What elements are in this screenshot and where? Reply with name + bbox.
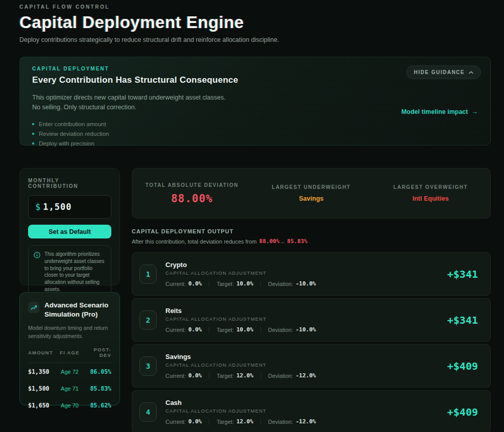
target-value: 10.0% [236, 280, 253, 287]
target-label: Target: [217, 327, 234, 333]
allocation-sublabel: CAPITAL ALLOCATION ADJUSTMENT [165, 270, 316, 276]
allocation-stats: Current: 0.0% Target: 12.0% Deviation: -… [165, 418, 316, 425]
chevron-up-icon [469, 71, 473, 74]
asset-name: Crypto [165, 261, 316, 269]
deviation-label: Deviation: [268, 419, 293, 425]
total-deviation-value: 88.00% [132, 193, 252, 205]
allocation-card-cash: 4 Cash CAPITAL ALLOCATION ADJUSTMENT Cur… [132, 390, 491, 432]
guidance-bullet-label: Deploy with precision [39, 140, 94, 147]
rank-badge: 2 [139, 310, 157, 330]
scenario-header: Advanced Scenario Simulation (Pro) [28, 301, 111, 319]
scenario-subtitle: Model downturn timing and return sensiti… [28, 324, 111, 340]
allocation-details: Crypto CAPITAL ALLOCATION ADJUSTMENT Cur… [165, 261, 316, 287]
current-value: 0.0% [188, 326, 202, 333]
divider [260, 419, 261, 425]
deployment-output-label: CAPITAL DEPLOYMENT OUTPUT [132, 228, 491, 234]
bullet-dot-icon [32, 133, 34, 135]
scenario-table: AMOUNT FI AGE POST-DEV $1,350 Age 72 86.… [28, 347, 111, 414]
largest-overweight-value: Intl Equities [371, 195, 490, 202]
page-header: CAPITAL FLOW CONTROL Capital Deployment … [19, 4, 491, 43]
asset-name: Cash [165, 399, 316, 406]
guidance-bullet: Enter contribution amount [32, 119, 478, 129]
divider [260, 327, 261, 333]
allocation-details: Cash CAPITAL ALLOCATION ADJUSTMENT Curre… [165, 399, 316, 425]
allocation-card-savings: 3 Savings CAPITAL ALLOCATION ADJUSTMENT … [132, 344, 491, 388]
current-value: 0.0% [188, 418, 202, 425]
guidance-body-line: This optimizer directs new capital towar… [32, 93, 478, 103]
largest-underweight-stat: LARGEST UNDERWEIGHT Savings [252, 184, 371, 202]
deviation-value: -12.0% [296, 372, 316, 379]
page-subtitle: Deploy contributions strategically to re… [19, 36, 491, 43]
scenario-fi-age: Age 70 [56, 402, 83, 409]
column-amount: AMOUNT [28, 350, 56, 355]
target-label: Target: [217, 373, 234, 379]
allocation-sublabel: CAPITAL ALLOCATION ADJUSTMENT [165, 362, 316, 368]
scenario-title: Advanced Scenario Simulation (Pro) [44, 301, 111, 319]
scenario-amount: $1,500 [28, 385, 56, 392]
contribution-amount-field[interactable]: $ [28, 195, 111, 219]
rank-badge: 4 [139, 402, 157, 422]
allocation-sublabel: CAPITAL ALLOCATION ADJUSTMENT [165, 316, 316, 322]
current-label: Current: [165, 281, 186, 287]
scenario-fi-age: Age 72 [56, 369, 83, 375]
allocation-card-crypto: 1 Crypto CAPITAL ALLOCATION ADJUSTMENT C… [132, 252, 491, 296]
scenario-row: $1,500 Age 71 85.83% [28, 380, 111, 397]
divider [209, 281, 209, 287]
deployment-amount: +$409 [447, 360, 478, 372]
scenario-fi-age: Age 71 [56, 386, 83, 392]
stat-label: LARGEST OVERWEIGHT [371, 184, 490, 190]
set-as-default-button[interactable]: Set as Default [28, 225, 111, 238]
arrow-right-icon: → [279, 238, 285, 245]
scenario-row: $1,350 Age 72 86.05% [28, 363, 111, 380]
page-title: Capital Deployment Engine [19, 13, 491, 32]
deviation-stats-card: TOTAL ABSOLUTE DEVIATION 88.00% LARGEST … [132, 168, 491, 219]
deviation-value: -12.0% [296, 418, 316, 425]
rank-badge: 1 [139, 265, 157, 284]
trend-chart-icon [28, 302, 39, 313]
allocation-stats: Current: 0.0% Target: 10.0% Deviation: -… [165, 280, 316, 287]
hide-guidance-label: HIDE GUIDANCE [414, 69, 465, 75]
model-timeline-impact-link[interactable]: Model timeline impact → [401, 108, 478, 115]
guidance-bullet: Review deviation reduction [32, 129, 478, 138]
deviation-reduction-summary: After this contribution, total deviation… [132, 238, 491, 245]
currency-symbol: $ [35, 202, 40, 212]
largest-underweight-value: Savings [252, 195, 371, 202]
deployment-output-header: CAPITAL DEPLOYMENT OUTPUT After this con… [132, 228, 491, 245]
scenario-post-dev: 85.62% [84, 402, 111, 409]
current-label: Current: [165, 373, 186, 379]
allocation-card-reits: 2 Reits CAPITAL ALLOCATION ADJUSTMENT Cu… [132, 298, 491, 342]
allocation-stats: Current: 0.0% Target: 10.0% Deviation: -… [165, 326, 316, 333]
guidance-bullet-label: Enter contribution amount [39, 121, 106, 127]
allocation-details: Savings CAPITAL ALLOCATION ADJUSTMENT Cu… [165, 353, 316, 379]
target-label: Target: [217, 281, 234, 287]
guidance-bullet: Deploy with precision [32, 138, 478, 148]
info-icon [34, 252, 40, 258]
target-value: 12.0% [236, 372, 253, 379]
arrow-right-icon: → [472, 108, 478, 115]
deviation-label: Deviation: [268, 373, 293, 379]
algorithm-info-box: This algorithm prioritizes underweight a… [28, 245, 111, 299]
deviation-value: -10.0% [296, 326, 316, 333]
scenario-post-dev: 85.83% [84, 385, 111, 392]
capital-deployment-page: CAPITAL FLOW CONTROL Capital Deployment … [0, 0, 504, 432]
stat-label: LARGEST UNDERWEIGHT [252, 184, 371, 190]
scenario-row: $1,650 Age 70 85.62% [28, 397, 111, 414]
allocation-details: Reits CAPITAL ALLOCATION ADJUSTMENT Curr… [165, 307, 316, 333]
asset-name: Reits [165, 307, 316, 315]
contribution-amount-input[interactable] [40, 202, 104, 212]
monthly-contribution-label: MONTHLY CONTRIBUTION [28, 178, 111, 189]
deviation-from-value: 88.00% [259, 238, 280, 245]
scenario-post-dev: 86.05% [84, 368, 111, 375]
largest-overweight-stat: LARGEST OVERWEIGHT Intl Equities [371, 184, 490, 202]
target-value: 10.0% [236, 326, 253, 333]
asset-name: Savings [165, 353, 316, 361]
hide-guidance-button[interactable]: HIDE GUIDANCE [406, 65, 481, 79]
deviation-value: -10.0% [296, 280, 316, 287]
main-content: TOTAL ABSOLUTE DEVIATION 88.00% LARGEST … [132, 168, 491, 432]
divider [209, 419, 209, 425]
deployment-amount: +$409 [447, 406, 478, 418]
divider [209, 373, 209, 379]
divider [260, 281, 261, 287]
model-timeline-impact-label: Model timeline impact [401, 108, 468, 115]
deviation-to-value: 85.83% [287, 238, 307, 245]
